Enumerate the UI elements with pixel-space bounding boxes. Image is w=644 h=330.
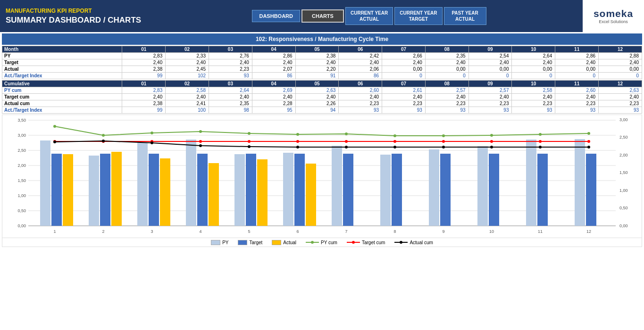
bar-py-9 — [429, 149, 439, 226]
nav-dashboard[interactable]: DASHBOARD — [252, 10, 300, 22]
col-cumulative: Cumulative — [2, 81, 122, 87]
svg-text:3,50: 3,50 — [17, 118, 26, 123]
bar-py-3 — [137, 142, 148, 226]
svg-text:10: 10 — [489, 229, 494, 234]
svg-point-38 — [102, 134, 105, 137]
bar-actual-3 — [160, 158, 170, 226]
monthly-table-container: Month 01 02 03 04 05 06 07 08 09 10 11 1… — [2, 46, 642, 79]
svg-point-67 — [345, 146, 348, 148]
py-cum-line — [55, 126, 589, 136]
header-subtitle: SUMMARY DASHBOARD / CHARTS — [6, 16, 150, 25]
bar-py-8 — [380, 155, 391, 226]
svg-point-37 — [53, 125, 56, 128]
svg-text:1,00: 1,00 — [619, 188, 628, 193]
svg-text:7: 7 — [345, 229, 347, 234]
bar-actual-2 — [111, 152, 122, 226]
svg-text:3,00: 3,00 — [619, 117, 628, 122]
svg-text:3,00: 3,00 — [17, 133, 26, 138]
svg-point-78 — [400, 241, 402, 244]
svg-point-57 — [442, 140, 445, 143]
svg-text:0,00: 0,00 — [17, 223, 26, 228]
bar-py-12 — [575, 139, 585, 226]
chart-container: 0,00 0,50 1,00 1,50 2,00 2,50 3,00 3,50 … — [2, 115, 642, 238]
svg-point-69 — [442, 146, 445, 148]
svg-point-76 — [352, 241, 355, 244]
svg-text:2,00: 2,00 — [619, 153, 628, 157]
bar-actual-4 — [209, 163, 219, 226]
svg-text:1,50: 1,50 — [17, 178, 26, 183]
svg-point-74 — [311, 241, 314, 244]
svg-text:8: 8 — [393, 229, 396, 234]
svg-point-45 — [442, 134, 445, 137]
chart-title-bar: 102: Responsiveness / Manufacturing Cycl… — [2, 33, 642, 45]
bar-py-6 — [283, 153, 293, 226]
svg-point-42 — [296, 133, 299, 136]
logo: someka — [594, 8, 633, 19]
svg-point-72 — [587, 146, 590, 148]
svg-point-60 — [587, 140, 590, 143]
svg-point-46 — [490, 134, 493, 137]
svg-text:12: 12 — [586, 229, 591, 234]
legend-py: PY — [211, 240, 228, 245]
bar-target-7 — [343, 154, 353, 226]
chart-legend: PY Target Actual PY cum Target cum Actua… — [2, 238, 642, 247]
bar-py-10 — [477, 146, 488, 226]
svg-text:2: 2 — [102, 229, 104, 234]
legend-target: Target — [238, 240, 262, 245]
table-row: PY 2,83 2,33 2,76 2,86 2,38 2,42 2,66 2,… — [2, 53, 642, 59]
monthly-table: Month 01 02 03 04 05 06 07 08 09 10 11 1… — [2, 46, 642, 79]
svg-point-47 — [539, 133, 542, 136]
bar-py-11 — [526, 140, 536, 226]
svg-point-59 — [539, 140, 542, 143]
bar-target-12 — [586, 154, 596, 226]
svg-text:4: 4 — [199, 229, 201, 234]
logo-area: someka Excel Solutions — [583, 0, 644, 32]
header-nav: DASHBOARD CHARTS CURRENT YEARACTUAL CURR… — [156, 0, 583, 32]
svg-point-64 — [199, 144, 202, 147]
svg-text:11: 11 — [538, 229, 543, 234]
svg-point-39 — [151, 132, 153, 134]
svg-point-54 — [296, 140, 299, 143]
table-row: Target cum 2,40 2,40 2,40 2,40 2,40 2,40… — [2, 94, 642, 100]
legend-actual-cum: Actual cum — [394, 239, 433, 245]
bar-actual-5 — [257, 159, 268, 226]
svg-point-63 — [151, 141, 153, 144]
svg-text:1,00: 1,00 — [17, 193, 26, 198]
bar-py-7 — [332, 146, 342, 226]
svg-point-53 — [248, 140, 251, 143]
svg-point-52 — [199, 140, 202, 143]
bar-target-1 — [51, 154, 62, 226]
bar-line-chart: 0,00 0,50 1,00 1,50 2,00 2,50 3,00 3,50 … — [2, 115, 643, 238]
svg-point-61 — [53, 140, 56, 143]
cumulative-table: Cumulative 01 02 03 04 05 06 07 08 09 10… — [2, 80, 642, 114]
svg-text:9: 9 — [442, 229, 444, 234]
bar-py-2 — [89, 156, 99, 226]
bar-target-8 — [392, 154, 402, 226]
nav-charts[interactable]: CHARTS — [301, 9, 344, 23]
svg-point-48 — [587, 132, 590, 135]
nav-cy-actual[interactable]: CURRENT YEARACTUAL — [345, 7, 393, 25]
svg-point-62 — [102, 140, 105, 142]
svg-text:1: 1 — [53, 229, 56, 234]
svg-text:2,00: 2,00 — [17, 163, 26, 168]
nav-cy-target[interactable]: CURRENT YEARTARGET — [394, 7, 442, 25]
svg-text:0,50: 0,50 — [619, 206, 628, 210]
table-row: Actual 2,38 2,45 2,23 2,07 2,20 2,06 0,0… — [2, 66, 642, 73]
header-branding: MANUFACTURING KPI REPORT SUMMARY DASHBOA… — [0, 0, 156, 32]
svg-text:3: 3 — [151, 229, 153, 234]
bar-target-2 — [100, 154, 110, 226]
legend-py-cum: PY cum — [306, 239, 337, 245]
bar-target-9 — [440, 154, 451, 226]
bar-py-4 — [186, 140, 196, 226]
bar-target-11 — [537, 154, 548, 226]
header: MANUFACTURING KPI REPORT SUMMARY DASHBOA… — [0, 0, 644, 32]
bar-actual-6 — [306, 164, 316, 226]
svg-point-41 — [248, 132, 251, 135]
svg-point-43 — [345, 132, 348, 135]
legend-actual: Actual — [272, 240, 296, 245]
svg-point-66 — [296, 146, 299, 148]
svg-text:5: 5 — [248, 229, 250, 234]
nav-py-actual[interactable]: PAST YEARACTUAL — [444, 7, 486, 25]
svg-point-55 — [345, 140, 348, 143]
svg-point-58 — [490, 140, 493, 143]
